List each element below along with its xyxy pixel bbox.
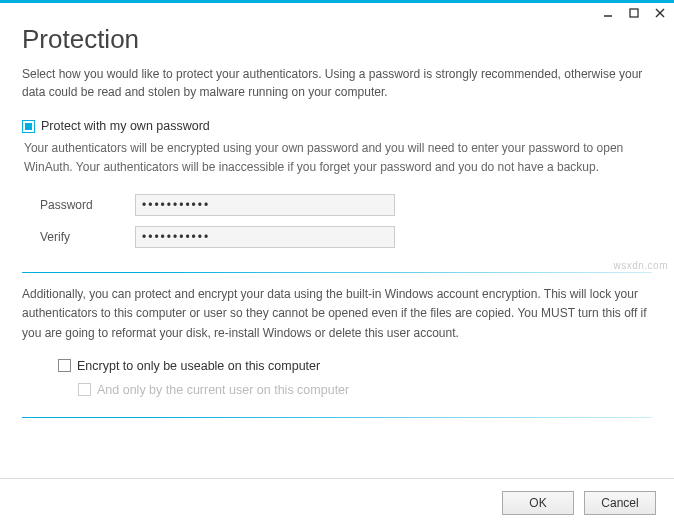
password-input[interactable]: [135, 194, 395, 216]
verify-label: Verify: [40, 230, 135, 244]
encrypt-user-checkbox: [78, 383, 91, 396]
intro-text: Select how you would like to protect you…: [22, 65, 652, 101]
maximize-icon[interactable]: [628, 7, 640, 19]
password-label: Password: [40, 198, 135, 212]
cancel-button[interactable]: Cancel: [584, 491, 656, 515]
encrypt-computer-checkbox-row[interactable]: Encrypt to only be useable on this compu…: [58, 359, 652, 373]
protect-password-label: Protect with my own password: [41, 119, 210, 133]
protect-password-checkbox-row[interactable]: Protect with my own password: [22, 119, 652, 133]
titlebar: [0, 0, 674, 22]
encrypt-user-checkbox-row: And only by the current user on this com…: [78, 383, 652, 397]
password-row: Password: [40, 194, 652, 216]
encrypt-user-label: And only by the current user on this com…: [97, 383, 349, 397]
ok-button[interactable]: OK: [502, 491, 574, 515]
protection-dialog: Protection Select how you would like to …: [0, 0, 674, 527]
bottom-divider: [22, 417, 652, 418]
encrypt-description: Additionally, you can protect and encryp…: [22, 285, 652, 343]
page-title: Protection: [22, 24, 652, 55]
button-bar: OK Cancel: [0, 478, 674, 527]
protect-description: Your authenticators will be encrypted us…: [24, 139, 652, 176]
encrypt-computer-label: Encrypt to only be useable on this compu…: [77, 359, 320, 373]
close-icon[interactable]: [654, 7, 666, 19]
section-divider: [22, 272, 652, 273]
verify-input[interactable]: [135, 226, 395, 248]
content-area: Protection Select how you would like to …: [0, 22, 674, 478]
svg-rect-1: [630, 9, 638, 17]
encrypt-computer-checkbox[interactable]: [58, 359, 71, 372]
minimize-icon[interactable]: [602, 7, 614, 19]
protect-password-checkbox[interactable]: [22, 120, 35, 133]
verify-row: Verify: [40, 226, 652, 248]
